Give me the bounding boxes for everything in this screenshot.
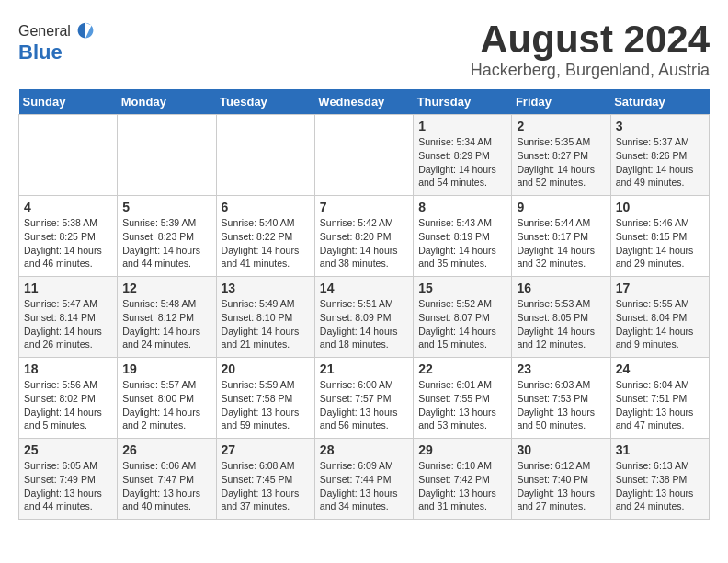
day-number: 3: [616, 119, 704, 133]
day-number: 15: [418, 281, 506, 295]
day-info: Sunrise: 6:06 AM Sunset: 7:47 PM Dayligh…: [122, 459, 210, 513]
weekday-header-monday: Monday: [118, 89, 216, 115]
calendar-cell: 12Sunrise: 5:48 AM Sunset: 8:12 PM Dayli…: [118, 277, 216, 358]
day-info: Sunrise: 5:57 AM Sunset: 8:00 PM Dayligh…: [122, 378, 210, 432]
day-info: Sunrise: 6:04 AM Sunset: 7:51 PM Dayligh…: [616, 378, 704, 432]
page-header: General Blue August 2024 Hackerberg, Bur…: [18, 18, 710, 80]
day-info: Sunrise: 5:48 AM Sunset: 8:12 PM Dayligh…: [122, 297, 210, 351]
day-number: 2: [517, 119, 605, 133]
weekday-header-friday: Friday: [512, 89, 610, 115]
day-number: 12: [122, 281, 210, 295]
calendar-cell: 16Sunrise: 5:53 AM Sunset: 8:05 PM Dayli…: [512, 277, 610, 358]
weekday-header-tuesday: Tuesday: [216, 89, 314, 115]
weekday-header-saturday: Saturday: [610, 89, 709, 115]
calendar-cell: 10Sunrise: 5:46 AM Sunset: 8:15 PM Dayli…: [610, 196, 709, 277]
day-number: 25: [24, 442, 112, 457]
day-info: Sunrise: 5:34 AM Sunset: 8:29 PM Dayligh…: [418, 135, 506, 190]
day-number: 18: [24, 362, 112, 376]
day-info: Sunrise: 6:00 AM Sunset: 7:57 PM Dayligh…: [320, 378, 408, 432]
day-number: 10: [616, 200, 704, 214]
day-info: Sunrise: 6:10 AM Sunset: 7:42 PM Dayligh…: [418, 459, 506, 513]
calendar-cell: 4Sunrise: 5:38 AM Sunset: 8:25 PM Daylig…: [19, 196, 118, 277]
calendar-cell: 23Sunrise: 6:03 AM Sunset: 7:53 PM Dayli…: [512, 358, 610, 439]
day-info: Sunrise: 6:13 AM Sunset: 7:38 PM Dayligh…: [616, 459, 704, 513]
day-number: 29: [418, 442, 506, 457]
calendar-cell: [118, 115, 216, 196]
day-info: Sunrise: 6:01 AM Sunset: 7:55 PM Dayligh…: [418, 378, 506, 432]
day-number: 1: [418, 119, 506, 133]
week-row-2: 4Sunrise: 5:38 AM Sunset: 8:25 PM Daylig…: [19, 196, 710, 277]
header-row: SundayMondayTuesdayWednesdayThursdayFrid…: [19, 89, 710, 115]
calendar-cell: [216, 115, 314, 196]
calendar-cell: 29Sunrise: 6:10 AM Sunset: 7:42 PM Dayli…: [414, 439, 512, 520]
day-info: Sunrise: 5:40 AM Sunset: 8:22 PM Dayligh…: [222, 216, 310, 270]
calendar-cell: 17Sunrise: 5:55 AM Sunset: 8:04 PM Dayli…: [610, 277, 709, 358]
day-number: 24: [616, 362, 704, 376]
day-info: Sunrise: 5:46 AM Sunset: 8:15 PM Dayligh…: [616, 216, 704, 270]
day-number: 31: [616, 442, 704, 457]
day-info: Sunrise: 5:51 AM Sunset: 8:09 PM Dayligh…: [320, 297, 408, 351]
calendar-cell: 22Sunrise: 6:01 AM Sunset: 7:55 PM Dayli…: [414, 358, 512, 439]
calendar-cell: 5Sunrise: 5:39 AM Sunset: 8:23 PM Daylig…: [118, 196, 216, 277]
day-info: Sunrise: 5:38 AM Sunset: 8:25 PM Dayligh…: [24, 216, 112, 270]
day-info: Sunrise: 5:43 AM Sunset: 8:19 PM Dayligh…: [418, 216, 506, 270]
calendar-cell: 14Sunrise: 5:51 AM Sunset: 8:09 PM Dayli…: [314, 277, 413, 358]
calendar-cell: 24Sunrise: 6:04 AM Sunset: 7:51 PM Dayli…: [610, 358, 709, 439]
day-number: 16: [517, 281, 605, 295]
day-number: 22: [418, 362, 506, 376]
calendar-cell: 2Sunrise: 5:35 AM Sunset: 8:27 PM Daylig…: [512, 115, 610, 196]
month-year-title: August 2024: [471, 18, 710, 61]
weekday-header-sunday: Sunday: [19, 89, 118, 115]
day-number: 9: [517, 200, 605, 214]
day-info: Sunrise: 5:59 AM Sunset: 7:58 PM Dayligh…: [222, 378, 310, 432]
calendar-cell: 19Sunrise: 5:57 AM Sunset: 8:00 PM Dayli…: [118, 358, 216, 439]
calendar-cell: [19, 115, 118, 196]
day-info: Sunrise: 5:44 AM Sunset: 8:17 PM Dayligh…: [517, 216, 605, 270]
day-info: Sunrise: 6:03 AM Sunset: 7:53 PM Dayligh…: [517, 378, 605, 432]
day-info: Sunrise: 6:08 AM Sunset: 7:45 PM Dayligh…: [222, 459, 310, 513]
day-number: 17: [616, 281, 704, 295]
day-info: Sunrise: 5:49 AM Sunset: 8:10 PM Dayligh…: [222, 297, 310, 351]
day-info: Sunrise: 5:35 AM Sunset: 8:27 PM Dayligh…: [517, 135, 605, 190]
location-subtitle: Hackerberg, Burgenland, Austria: [471, 61, 710, 80]
calendar-cell: 27Sunrise: 6:08 AM Sunset: 7:45 PM Dayli…: [216, 439, 314, 520]
calendar-cell: 6Sunrise: 5:40 AM Sunset: 8:22 PM Daylig…: [216, 196, 314, 277]
calendar-cell: 9Sunrise: 5:44 AM Sunset: 8:17 PM Daylig…: [512, 196, 610, 277]
day-number: 27: [222, 442, 310, 457]
day-info: Sunrise: 5:42 AM Sunset: 8:20 PM Dayligh…: [320, 216, 408, 270]
calendar-cell: 7Sunrise: 5:42 AM Sunset: 8:20 PM Daylig…: [314, 196, 413, 277]
calendar-cell: 20Sunrise: 5:59 AM Sunset: 7:58 PM Dayli…: [216, 358, 314, 439]
logo-icon: [73, 18, 98, 44]
day-info: Sunrise: 5:52 AM Sunset: 8:07 PM Dayligh…: [418, 297, 506, 351]
day-number: 8: [418, 200, 506, 214]
calendar-table: SundayMondayTuesdayWednesdayThursdayFrid…: [18, 89, 710, 520]
calendar-cell: 3Sunrise: 5:37 AM Sunset: 8:26 PM Daylig…: [610, 115, 709, 196]
day-number: 13: [222, 281, 310, 295]
day-number: 23: [517, 362, 605, 376]
day-number: 28: [320, 442, 408, 457]
week-row-4: 18Sunrise: 5:56 AM Sunset: 8:02 PM Dayli…: [19, 358, 710, 439]
calendar-cell: 31Sunrise: 6:13 AM Sunset: 7:38 PM Dayli…: [610, 439, 709, 520]
day-info: Sunrise: 5:47 AM Sunset: 8:14 PM Dayligh…: [24, 297, 112, 351]
logo-general-text: General: [18, 23, 71, 40]
day-number: 19: [122, 362, 210, 376]
day-info: Sunrise: 5:39 AM Sunset: 8:23 PM Dayligh…: [122, 216, 210, 270]
calendar-cell: 11Sunrise: 5:47 AM Sunset: 8:14 PM Dayli…: [19, 277, 118, 358]
title-block: August 2024 Hackerberg, Burgenland, Aust…: [471, 18, 710, 80]
day-number: 5: [122, 200, 210, 214]
day-info: Sunrise: 5:55 AM Sunset: 8:04 PM Dayligh…: [616, 297, 704, 351]
day-info: Sunrise: 6:12 AM Sunset: 7:40 PM Dayligh…: [517, 459, 605, 513]
week-row-3: 11Sunrise: 5:47 AM Sunset: 8:14 PM Dayli…: [19, 277, 710, 358]
calendar-cell: 13Sunrise: 5:49 AM Sunset: 8:10 PM Dayli…: [216, 277, 314, 358]
calendar-cell: 26Sunrise: 6:06 AM Sunset: 7:47 PM Dayli…: [118, 439, 216, 520]
calendar-cell: 28Sunrise: 6:09 AM Sunset: 7:44 PM Dayli…: [314, 439, 413, 520]
day-number: 4: [24, 200, 112, 214]
logo: General Blue: [18, 18, 98, 64]
calendar-cell: 30Sunrise: 6:12 AM Sunset: 7:40 PM Dayli…: [512, 439, 610, 520]
calendar-cell: 8Sunrise: 5:43 AM Sunset: 8:19 PM Daylig…: [414, 196, 512, 277]
day-number: 26: [122, 442, 210, 457]
day-info: Sunrise: 5:53 AM Sunset: 8:05 PM Dayligh…: [517, 297, 605, 351]
week-row-1: 1Sunrise: 5:34 AM Sunset: 8:29 PM Daylig…: [19, 115, 710, 196]
day-number: 6: [222, 200, 310, 214]
day-number: 7: [320, 200, 408, 214]
